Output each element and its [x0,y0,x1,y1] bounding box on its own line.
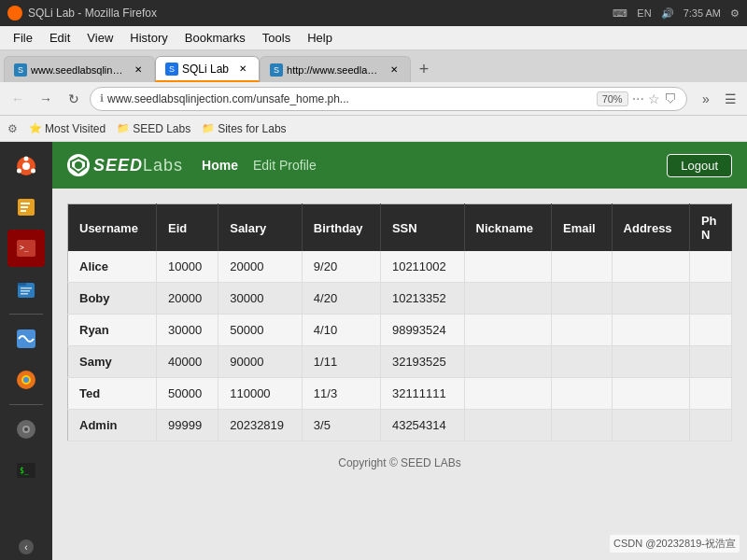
watermark-text: CSDN @20232819-祝浩宣 [613,538,736,549]
logout-button[interactable]: Logout [667,154,732,177]
col-nickname: Nickname [464,204,551,252]
bookmark-seed-labs[interactable]: 📁 SEED Labs [117,122,190,135]
reload-button[interactable]: ↻ [62,87,86,111]
nav-hamburger-icon[interactable]: ☰ [719,91,741,106]
cell-nickname [464,378,551,410]
sidebar-item-ubuntu[interactable] [7,147,45,185]
cell-address [612,346,689,378]
app-layout: >_ [0,142,747,560]
menu-bookmarks[interactable]: Bookmarks [177,29,253,47]
cell-nickname [464,346,551,378]
forward-button[interactable]: → [34,87,58,111]
table-row: Ted5000011000011/332111111 [68,378,732,410]
cell-email [552,346,613,378]
clock: 7:35 AM [684,7,721,19]
sidebar-item-wireshark[interactable] [7,320,45,357]
tab1-close[interactable]: ✕ [132,63,145,77]
url-bar[interactable]: ℹ www.seedlabsqlinjection.com/unsafe_hom… [90,87,687,111]
table-row: Ryan30000500004/1098993524 [68,315,732,346]
cell-address [612,410,689,441]
url-text: www.seedlabsqlinjection.com/unsafe_home.… [107,92,593,105]
sidebar-item-firefox[interactable] [7,361,45,399]
lock-icon: ℹ [100,92,104,105]
menu-tools[interactable]: Tools [255,29,298,47]
cell-eid: 50000 [157,378,218,410]
cell-email [552,251,613,283]
sidebar-item-files[interactable] [7,271,45,308]
more-icon[interactable]: ··· [632,91,644,107]
cell-username: Boby [68,283,157,315]
svg-point-19 [23,377,29,383]
menu-view[interactable]: View [79,29,120,47]
bookmark-star-icon[interactable]: ☆ [648,91,660,106]
sidebar-item-settings[interactable] [7,411,45,448]
cell-ph [689,346,731,378]
sidebar-item-editor[interactable] [7,189,45,226]
nav-edit-profile[interactable]: Edit Profile [253,158,317,173]
sidebar-divider-2 [9,404,43,405]
most-visited-label: Most Visited [45,122,106,135]
cell-username: Samy [68,346,157,378]
col-email: Email [552,204,613,252]
bookmarks-settings-icon: ⚙ [7,122,18,135]
titlebar-controls: ⌨ EN 🔊 7:35 AM ⚙ [613,7,740,20]
menu-history[interactable]: History [122,29,175,47]
nav-home[interactable]: Home [202,158,238,173]
cell-username: Ted [68,378,157,410]
sidebar-item-terminal2[interactable]: $_ [7,452,45,489]
seed-logo-icon [67,154,90,176]
data-table: Username Eid Salary Birthday SSN Nicknam… [67,203,732,441]
svg-rect-13 [21,287,32,289]
watermark: CSDN @20232819-祝浩宣 [610,535,740,553]
cell-birthday: 9/20 [302,251,380,283]
new-tab-button[interactable]: + [411,56,437,82]
sites-for-labs-folder-icon: 📁 [202,122,215,134]
tab2-favicon: S [165,63,178,76]
sidebar-item-terminal[interactable]: >_ [7,230,45,267]
bookmark-most-visited[interactable]: ⭐ Most Visited [29,122,106,135]
cell-birthday: 1/11 [302,346,380,378]
cell-salary: 20232819 [218,410,303,441]
cell-address [612,251,689,283]
sidebar-collapse-button[interactable]: ‹ [19,539,34,554]
tab-1[interactable]: S www.seedlabsqlinjection.c... ✕ [4,56,155,82]
ubuntu-icon [15,155,37,177]
cell-nickname [464,251,551,283]
menu-edit[interactable]: Edit [42,29,78,47]
tab2-close[interactable]: ✕ [236,63,249,76]
cell-address [612,283,689,315]
cell-email [552,378,613,410]
settings-icon[interactable]: ⚙ [730,7,740,20]
seed-labs-folder-icon: 📁 [117,122,130,134]
bookmark-icon[interactable]: ⛉ [664,91,677,106]
terminal2-icon: $_ [15,459,37,482]
zoom-level: 70% [597,91,628,106]
back-button[interactable]: ← [6,87,30,111]
menu-help[interactable]: Help [300,29,340,47]
seed-logo-text: SEEDLabs [93,156,183,175]
bookmark-sites-for-labs[interactable]: 📁 Sites for Labs [202,122,286,135]
cell-salary: 30000 [218,283,303,315]
cell-salary: 20000 [218,251,303,283]
svg-point-4 [31,169,35,174]
tab-3[interactable]: S http://www.seedlabsqlinje... ✕ [260,56,411,82]
cell-ssn: 32193525 [380,346,464,378]
nav-overflow-icon[interactable]: » [695,91,717,106]
tab-2[interactable]: S SQLi Lab ✕ [155,56,260,82]
tab2-label: SQLi Lab [182,63,229,76]
cell-email [552,410,613,441]
cell-ph [689,410,731,441]
svg-rect-7 [21,206,28,208]
menu-file[interactable]: File [6,29,40,47]
cell-username: Alice [68,251,157,283]
table-row: Samy40000900001/1132193525 [68,346,732,378]
tab3-close[interactable]: ✕ [388,63,401,77]
cell-ssn: 32111111 [380,378,464,410]
cell-username: Admin [68,410,157,441]
cell-ssn: 43254314 [380,410,464,441]
cell-email [552,315,613,346]
sidebar-divider-1 [9,314,43,315]
col-eid: Eid [157,204,218,252]
editor-icon [15,196,37,218]
svg-rect-15 [21,293,28,295]
